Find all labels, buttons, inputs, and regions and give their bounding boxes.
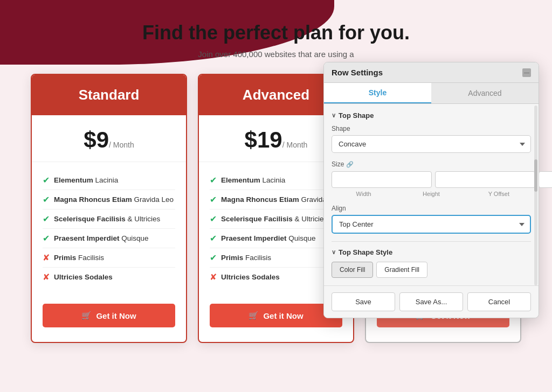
align-select[interactable]: Top Center Top Left Top Right [332,215,531,234]
x-icon: ✘ [43,272,50,282]
tab-style-label: Style [369,88,387,97]
standard-features-list: ✔Elementum Lacinia ✔Magna Rhoncus Etiam … [32,162,186,295]
size-field-group: Size 🔗 px % em Width Height Y O [332,160,531,197]
panel-scrollbar[interactable] [534,106,537,285]
size-labels-row: Width Height Y Offset [332,191,531,197]
height-input[interactable] [435,171,535,188]
cart-icon: 🛒 [81,311,92,320]
feature-text: Magna Rhoncus Etiam Gravida Leo [54,195,174,204]
tab-style[interactable]: Style [324,83,431,103]
gradient-fill-label: Gradient Fill [384,266,419,274]
list-item: ✔Magna Rhoncus Etiam Gravida Leo [43,190,175,209]
cancel-button[interactable]: Cancel [467,292,531,311]
top-shape-style-section: ∨ Top Shape Style Color Fill Gradient Fi… [332,241,531,278]
feature-text: Scelerisque Facilisis & Ultricies [54,215,160,223]
list-item: ✔Elementum Lacinia [43,171,175,190]
save-as-button[interactable]: Save As... [399,292,463,311]
panel-title: Row Settings [332,68,383,77]
feature-text: Elementum Lacinia [221,176,285,184]
align-field-group: Align Top Center Top Left Top Right [332,205,531,234]
advanced-price-period: / Month [282,141,308,149]
page-title: Find the perfect plan for you. [16,22,536,44]
list-item: ✔Scelerisque Facilisis & Ultricies [43,209,175,229]
feature-text: Praesent Imperdiet Quisque [221,234,316,242]
tab-advanced[interactable]: Advanced [431,83,539,103]
check-icon: ✔ [210,175,217,185]
standard-card: Standard $9/ Month ✔Elementum Lacinia ✔M… [31,74,187,343]
shape-field-group: Shape Concave None Convex Wave [332,125,531,153]
x-icon: ✘ [210,272,217,282]
shape-field-label: Shape [332,125,531,132]
chevron-down-icon: ∨ [332,112,336,119]
list-item: ✔Praesent Imperdiet Quisque [210,229,342,248]
width-label: Width [332,191,396,197]
y-offset-label: Y Offset [467,191,531,197]
standard-price-period: / Month [109,141,134,149]
panel-footer: Save Save As... Cancel [324,285,539,318]
panel-scrollbar-thumb[interactable] [534,159,537,192]
list-item: ✘Primis Facilisis [43,248,175,268]
advanced-card-name: Advanced [243,87,309,103]
cancel-label: Cancel [488,298,510,306]
link-icon: 🔗 [346,161,354,168]
save-label: Save [355,298,371,306]
feature-text: Ultricies Sodales [221,273,280,281]
list-item: ✔Elementum Lacinia [210,171,342,190]
color-fill-label: Color Fill [340,266,365,274]
color-fill-button[interactable]: Color Fill [332,262,373,278]
standard-card-price: $9/ Month [32,115,186,162]
page-subtitle: Join over 400,000 websites that are usin… [16,50,536,59]
standard-get-button[interactable]: 🛒 Get it Now [43,304,175,327]
y-offset-input[interactable] [539,171,552,188]
feature-text: Primis Facilisis [54,254,104,262]
top-shape-label: Top Shape [339,111,374,120]
advanced-price-amount: $19 [245,127,282,152]
standard-card-name: Standard [79,87,140,103]
advanced-cta-label: Get it Now [263,311,303,320]
size-label-text: Size [332,160,344,168]
panel-header: Row Settings — [324,62,539,83]
check-icon: ✔ [210,233,217,243]
feature-text: Scelerisque Facilisis & Ultricies [221,215,327,223]
top-shape-style-label: Top Shape Style [339,248,392,256]
check-icon: ✔ [210,194,217,205]
check-icon: ✔ [210,253,217,263]
save-as-label: Save As... [416,298,447,306]
row-settings-panel: Row Settings — Style Advanced ∨ Top Shap… [323,62,539,318]
fill-buttons-group: Color Fill Gradient Fill [332,262,531,278]
top-shape-style-title[interactable]: ∨ Top Shape Style [332,248,531,256]
gradient-fill-button[interactable]: Gradient Fill [376,262,427,278]
standard-card-header: Standard [32,75,186,115]
standard-cta-label: Get it Now [96,311,136,320]
list-item: ✘Ultricies Sodales [43,268,175,286]
top-shape-section-title[interactable]: ∨ Top Shape [332,111,531,120]
feature-text: Magna Rhoncus Etiam Gravida [221,195,327,204]
list-item: ✔Praesent Imperdiet Quisque [43,229,175,248]
feature-text: Praesent Imperdiet Quisque [54,234,149,242]
list-item: ✔Primis Facilisis [210,248,342,268]
check-icon: ✔ [43,214,50,224]
minimize-icon: — [524,69,529,75]
check-icon: ✔ [43,175,50,185]
chevron-down-icon: ∨ [332,249,336,256]
advanced-get-button[interactable]: 🛒 Get it Now [210,304,342,327]
size-field-label: Size 🔗 [332,160,531,168]
check-icon: ✔ [43,194,50,205]
feature-text: Elementum Lacinia [54,176,118,184]
list-item: ✔Scelerisque Facilisis & Ultricies [210,209,342,229]
check-icon: ✔ [210,214,217,224]
panel-minimize-button[interactable]: — [522,68,531,77]
list-item: ✘Ultricies Sodales [210,268,342,286]
check-icon: ✔ [43,233,50,243]
width-input[interactable] [332,171,432,188]
feature-text: Primis Facilisis [221,254,271,262]
shape-select[interactable]: Concave None Convex Wave [332,135,531,153]
save-button[interactable]: Save [332,292,395,311]
feature-text: Ultricies Sodales [54,273,113,281]
top-shape-section: ∨ Top Shape Shape Concave None Convex Wa… [332,111,531,234]
standard-price-amount: $9 [84,127,109,152]
list-item: ✔Magna Rhoncus Etiam Gravida [210,190,342,209]
panel-body: ∨ Top Shape Shape Concave None Convex Wa… [324,104,539,285]
tab-advanced-label: Advanced [468,89,501,97]
standard-card-footer: 🛒 Get it Now [32,295,186,336]
